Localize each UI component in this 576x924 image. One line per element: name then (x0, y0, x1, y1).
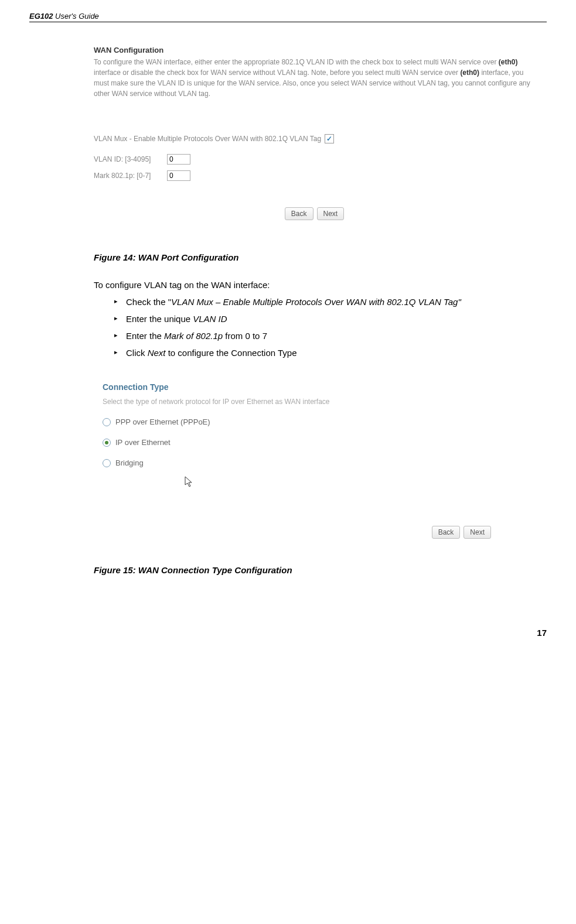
connection-type-description: Select the type of network protocol for … (103, 398, 526, 406)
back-button[interactable]: Back (285, 207, 313, 220)
vlan-mux-checkbox[interactable] (325, 134, 334, 143)
vlan-id-label: VLAN ID: [3-4095] (94, 155, 167, 163)
radio-option-ipoe[interactable]: IP over Ethernet (103, 438, 526, 447)
radio-label: Bridging (115, 458, 144, 467)
mark-row: Mark 802.1p: [0-7] (94, 170, 535, 181)
back-button[interactable]: Back (432, 526, 461, 539)
document-title: EG102 User's Guide (29, 12, 99, 20)
figure-14-caption: Figure 14: WAN Port Configuration (94, 252, 535, 262)
radio-option-bridging[interactable]: Bridging (103, 458, 526, 467)
vlan-mux-label: VLAN Mux - Enable Multiple Protocols Ove… (94, 135, 321, 143)
intro-text: To configure VLAN tag on the WAN interfa… (94, 280, 535, 290)
list-item: Check the "VLAN Mux – Enable Multiple Pr… (114, 296, 535, 308)
page-number: 17 (29, 628, 547, 638)
instruction-list: Check the "VLAN Mux – Enable Multiple Pr… (114, 296, 535, 359)
radio-icon (103, 439, 111, 447)
eth-interface: (eth0) (499, 58, 518, 66)
vlan-id-input[interactable] (167, 154, 190, 165)
content-area: WAN Configuration To configure the WAN i… (94, 40, 535, 575)
mark-label: Mark 802.1p: [0-7] (94, 172, 167, 180)
cursor-icon (185, 476, 526, 491)
subtitle: User's Guide (55, 12, 99, 20)
vlan-mux-row: VLAN Mux - Enable Multiple Protocols Ove… (94, 134, 535, 143)
figure-15-caption: Figure 15: WAN Connection Type Configura… (94, 565, 535, 575)
mark-input[interactable] (167, 170, 190, 181)
next-button[interactable]: Next (317, 207, 345, 220)
next-button[interactable]: Next (463, 526, 491, 539)
list-item: Enter the Mark of 802.1p from 0 to 7 (114, 330, 535, 342)
button-row: Back Next (103, 526, 491, 539)
connection-type-heading: Connection Type (103, 382, 526, 392)
wan-config-heading: WAN Configuration (94, 46, 535, 54)
radio-option-pppoe[interactable]: PPP over Ethernet (PPPoE) (103, 417, 526, 426)
radio-label: IP over Ethernet (115, 438, 171, 447)
radio-icon (103, 418, 111, 426)
wan-config-screenshot: WAN Configuration To configure the WAN i… (94, 40, 535, 238)
list-item: Click Next to configure the Connection T… (114, 347, 535, 359)
wan-config-description: To configure the WAN interface, either e… (94, 57, 535, 99)
page-header: EG102 User's Guide (29, 12, 547, 22)
connection-type-screenshot: Connection Type Select the type of netwo… (94, 371, 535, 550)
button-row: Back Next (94, 207, 535, 220)
product-name: EG102 (29, 12, 53, 20)
radio-icon (103, 459, 111, 467)
vlan-id-row: VLAN ID: [3-4095] (94, 154, 535, 165)
radio-label: PPP over Ethernet (PPPoE) (115, 417, 210, 426)
eth-interface: (eth0) (460, 69, 479, 77)
list-item: Enter the unique VLAN ID (114, 313, 535, 325)
